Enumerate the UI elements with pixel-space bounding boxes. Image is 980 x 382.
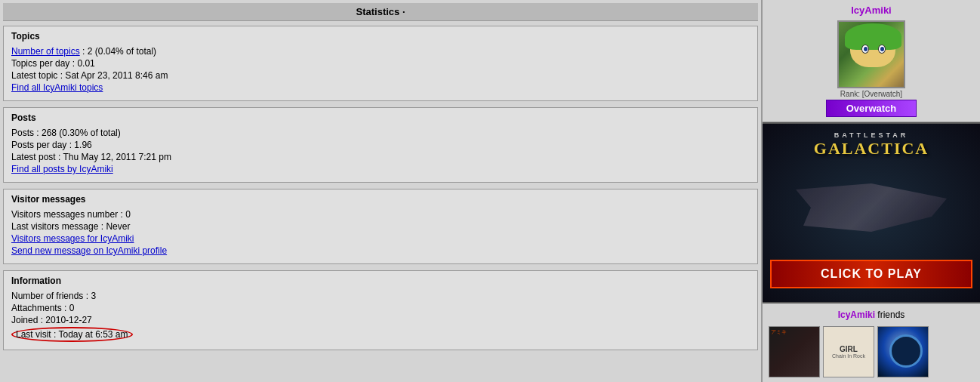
visitor-messages-link[interactable]: Visitors messages for IcyAmiki	[11, 233, 134, 244]
friends-title: IcyAmiki friends	[767, 307, 975, 323]
avatar-face	[855, 39, 890, 67]
friend-avatar-2[interactable]	[823, 326, 874, 377]
sidebar: IcyAmiki Rank: [Overwatch] Overwatch BAT…	[761, 0, 980, 382]
topics-count-value: : 2 (0.04% of total)	[80, 46, 156, 57]
last-visit-highlighted: Last visit : Today at 6:53 am	[11, 327, 133, 342]
attachments: Attachments : 0	[11, 303, 750, 313]
friends-label-suffix: friends	[875, 310, 904, 320]
friend-avatar-1[interactable]	[769, 326, 820, 377]
ad-battlestar-text: BATTLESTAR	[763, 131, 980, 139]
number-of-friends: Number of friends : 3	[11, 291, 750, 301]
last-visitors-message: Last visitors message : Never	[11, 221, 750, 232]
page-title: Statistics ·	[356, 6, 405, 17]
find-all-posts-link[interactable]: Find all posts by IcyAmiki	[11, 164, 113, 174]
posts-section: Posts Posts : 268 (0.30% of total) Posts…	[3, 107, 758, 183]
rank-label: Rank: [Overwatch]	[840, 90, 902, 98]
ad-section[interactable]: BATTLESTAR GALACTICA CLICK TO PLAY	[763, 122, 980, 303]
posts-count: Posts : 268 (0.30% of total)	[11, 128, 750, 138]
friends-avatars-container	[767, 323, 975, 380]
avatar-eye-right	[878, 45, 886, 54]
find-all-topics-link[interactable]: Find all IcyAmiki topics	[11, 82, 103, 93]
avatar-section: Rank: [Overwatch] Overwatch	[763, 17, 980, 122]
visitor-messages-section: Visitor messages Visitors messages numbe…	[3, 189, 758, 264]
visitor-messages-link-line: Visitors messages for IcyAmiki	[11, 233, 750, 244]
ad-galactica-text: GALACTICA	[763, 139, 980, 159]
main-panel: Statistics · Topics Number of topics : 2…	[0, 0, 761, 382]
send-message-line: Send new message on IcyAmiki profile	[11, 245, 750, 256]
find-all-topics-line: Find all IcyAmiki topics	[11, 82, 750, 93]
page-header: Statistics ·	[3, 3, 758, 21]
avatar-eye-left	[861, 45, 869, 54]
ad-ship-area	[763, 159, 980, 257]
last-visit-line: Last visit : Today at 6:53 am	[11, 327, 750, 342]
latest-topic: Latest topic : Sat Apr 23, 2011 8:46 am	[11, 70, 750, 81]
send-message-link[interactable]: Send new message on IcyAmiki profile	[11, 245, 167, 256]
friends-section: IcyAmiki friends	[763, 303, 980, 382]
friend-avatar-3[interactable]	[877, 326, 929, 377]
friends-username-ref: IcyAmiki	[838, 310, 875, 320]
joined-date: Joined : 2010-12-27	[11, 315, 750, 325]
sidebar-username: IcyAmiki	[763, 0, 980, 17]
ad-title: BATTLESTAR GALACTICA	[763, 124, 980, 159]
ad-background: BATTLESTAR GALACTICA CLICK TO PLAY	[763, 124, 980, 302]
find-all-posts-line: Find all posts by IcyAmiki	[11, 164, 750, 174]
topics-count-line: Number of topics : 2 (0.04% of total)	[11, 46, 750, 57]
information-section: Information Number of friends : 3 Attach…	[3, 270, 758, 350]
visitors-number: Visitors messages number : 0	[11, 209, 750, 220]
topics-section: Topics Number of topics : 2 (0.04% of to…	[3, 26, 758, 101]
topics-per-day: Topics per day : 0.01	[11, 58, 750, 69]
topics-title: Topics	[11, 31, 750, 42]
avatar	[837, 20, 905, 88]
rank-badge: Overwatch	[826, 100, 917, 117]
ad-ship-graphic	[796, 177, 947, 238]
posts-title: Posts	[11, 112, 750, 123]
latest-post: Latest post : Thu May 12, 2011 7:21 pm	[11, 152, 750, 162]
visitor-messages-title: Visitor messages	[11, 194, 750, 205]
posts-per-day: Posts per day : 1.96	[11, 140, 750, 150]
ad-cta-button[interactable]: CLICK TO PLAY	[770, 260, 972, 288]
number-of-topics-link[interactable]: Number of topics	[11, 46, 80, 57]
information-title: Information	[11, 276, 750, 286]
